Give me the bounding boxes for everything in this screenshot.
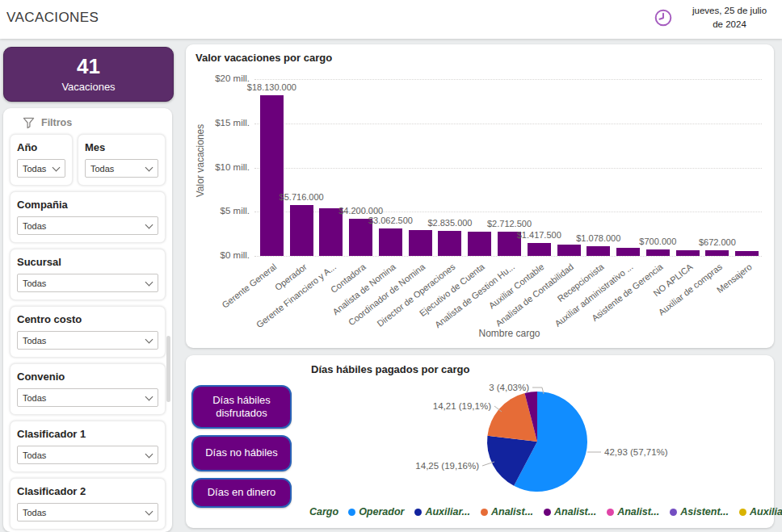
legend-item-3[interactable]: Analist...	[544, 506, 596, 517]
button-dias-no-habiles[interactable]: Días no hábiles	[191, 435, 292, 471]
legend-item-6[interactable]: Auxiliar...	[739, 506, 782, 517]
bar-value-label: $18.130.000	[247, 82, 296, 92]
legend-dot-icon	[670, 509, 677, 516]
dropdown-value: Todas	[23, 450, 46, 460]
legend-dot-icon	[607, 509, 614, 516]
bar-11[interactable]	[586, 246, 610, 256]
filter-label: Clasificador 2	[17, 485, 158, 497]
bar-value-label: $3.062.500	[368, 216, 413, 225]
clock-icon	[653, 7, 674, 28]
bar-14[interactable]	[676, 250, 700, 256]
filter-dropdown-3[interactable]: Todas	[17, 388, 158, 407]
bar-1[interactable]	[290, 205, 313, 256]
filters-panel: Filtros Año Todas Mes Todas CompañiaToda…	[3, 108, 172, 532]
gridline	[254, 256, 762, 257]
legend-item-label: Auxiliar...	[425, 506, 470, 517]
filter-label: Clasificador 1	[17, 428, 158, 440]
dropdown-value: Todas	[23, 336, 46, 346]
y-tick-label: $15 mill.	[186, 118, 250, 128]
x-axis-label: Gerente General	[221, 262, 279, 310]
chevron-down-icon	[145, 278, 153, 286]
pie-label-auxiliar: 14,25 (19,16%)	[415, 461, 479, 471]
button-dias-habiles-disfrutados[interactable]: Días hábiles disfrutados	[191, 385, 292, 429]
bar-value-label: $4.200.000	[338, 206, 383, 216]
bar-13[interactable]	[646, 249, 670, 256]
legend-item-label: Analist...	[617, 506, 659, 517]
kpi-label: Vacaciones	[61, 81, 115, 93]
legend-title: Cargo	[309, 506, 338, 517]
legend-item-1[interactable]: Auxiliar...	[414, 506, 470, 517]
y-tick-label: $10 mill.	[186, 162, 250, 172]
button-dias-en-dinero[interactable]: Días en dinero	[191, 478, 292, 508]
bar-7[interactable]	[468, 232, 491, 256]
dropdown-value: Todas	[23, 164, 46, 174]
filter-label: Centro costo	[17, 313, 158, 325]
legend-dot-icon	[414, 509, 422, 516]
bar-10[interactable]	[557, 245, 581, 256]
filter-dropdown-1[interactable]: Todas	[17, 274, 158, 292]
funnel-icon	[23, 117, 35, 128]
gridline	[254, 168, 762, 169]
legend-item-2[interactable]: Analist...	[481, 506, 533, 517]
pie-chart: 42,93 (57,71%) 14,25 (19,16%) 14,21 (19,…	[307, 371, 767, 505]
kpi-value: 41	[77, 56, 100, 77]
bar-15[interactable]	[705, 250, 729, 256]
legend-item-5[interactable]: Asistent...	[670, 506, 729, 517]
gridline	[254, 124, 762, 124]
legend-item-label: Asistent...	[680, 506, 729, 517]
filter-dropdown-4[interactable]: Todas	[17, 446, 158, 464]
filter-dropdown-5[interactable]: Todas	[17, 503, 158, 522]
filter-group-4: Clasificador 1Todas	[10, 421, 166, 472]
chevron-down-icon	[145, 335, 153, 343]
legend-item-label: Operador	[359, 506, 404, 517]
bar-5[interactable]	[409, 230, 432, 256]
bar-value-label: $2.712.500	[487, 219, 532, 228]
filter-group-2: Centro costoTodas	[10, 306, 166, 358]
dropdown-value: Todas	[23, 508, 46, 517]
filter-dropdown-2[interactable]: Todas	[17, 331, 158, 350]
legend-dot-icon	[481, 509, 488, 516]
dropdown-value: Todas	[90, 164, 114, 174]
filter-label: Sucursal	[17, 256, 158, 268]
bar-value-label: $700.000	[639, 237, 676, 246]
filters-scrollbar-thumb[interactable]	[166, 336, 170, 402]
kpi-card-vacaciones[interactable]: 41 Vacaciones	[3, 47, 174, 102]
bar-9[interactable]	[528, 243, 551, 256]
bar-0[interactable]	[260, 95, 284, 256]
filter-label: Convenio	[17, 371, 158, 383]
pie-label-analista-2: 3 (4,03%)	[489, 383, 529, 392]
chevron-down-icon	[145, 392, 153, 400]
legend-item-4[interactable]: Analist...	[607, 506, 659, 517]
filter-group-3: ConvenioTodas	[10, 363, 166, 415]
filter-label: Compañia	[17, 199, 158, 211]
gridline	[254, 79, 762, 80]
page-title: VACACIONES	[6, 10, 99, 26]
legend-item-0[interactable]: Operador	[348, 506, 404, 517]
pie-legend: Cargo OperadorAuxiliar...Analist...Anali…	[309, 506, 767, 517]
filter-group-mes: Mes Todas	[78, 134, 166, 186]
bar-value-label: $1.417.500	[517, 230, 561, 240]
bar-value-label: $5.716.000	[280, 192, 324, 202]
bar-4[interactable]	[379, 228, 402, 256]
dropdown-value: Todas	[23, 221, 46, 231]
legend-dot-icon	[348, 509, 355, 516]
bar-12[interactable]	[616, 248, 640, 256]
filter-group-0: CompañiaTodas	[10, 191, 166, 243]
x-axis-title: Nombre cargo	[257, 328, 762, 339]
filter-dropdown-0[interactable]: Todas	[17, 216, 158, 235]
pie-label-operador: 42,93 (57,71%)	[604, 447, 668, 457]
dropdown-value: Todas	[23, 393, 46, 403]
bar-value-label: $672.000	[699, 237, 736, 247]
bar-6[interactable]	[438, 231, 461, 256]
chevron-down-icon	[145, 220, 153, 228]
filter-dropdown-mes[interactable]: Todas	[85, 159, 158, 178]
bar-16[interactable]	[735, 251, 759, 256]
header-bar: VACACIONES jueves, 25 de julio de 2024	[0, 0, 782, 39]
chevron-down-icon	[145, 450, 153, 458]
filter-group-ano: Año Todas	[10, 134, 73, 186]
filter-group-1: SucursalTodas	[10, 249, 166, 300]
bar-value-label: $2.835.000	[427, 218, 472, 228]
y-tick-label: $20 mill.	[186, 73, 250, 83]
filter-dropdown-ano[interactable]: Todas	[17, 159, 65, 178]
chevron-down-icon	[145, 507, 153, 515]
